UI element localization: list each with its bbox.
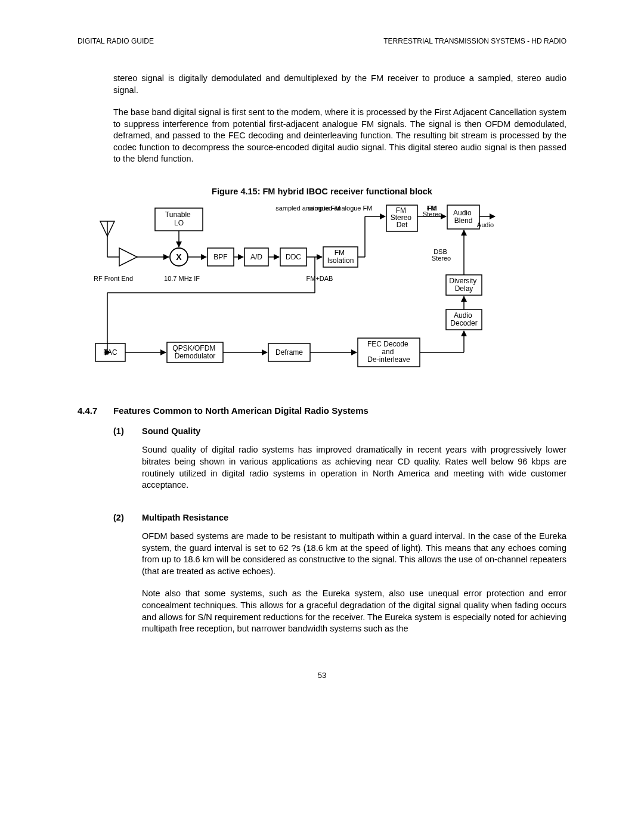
rf-front-end-label: RF Front End	[94, 275, 133, 282]
section-heading: 4.4.7 Features Common to North American …	[78, 405, 566, 416]
fm-isolation-label-2: Isolation	[327, 256, 354, 265]
subsection-2-number: (2)	[113, 513, 142, 522]
subsection-1-title: Sound Quality	[142, 426, 200, 436]
figure-caption: Figure 4.15: FM hybrid IBOC receiver fun…	[78, 187, 566, 196]
svg-text:Audio
        Blend: Audio Blend	[453, 209, 473, 225]
subsection-1-number: (1)	[113, 426, 142, 436]
svg-text:DSB
        Stereo: DSB Stereo	[432, 248, 451, 262]
svg-text:FEC Decode
        and
       : FEC Decode and De-interleave	[367, 340, 410, 364]
paragraph-1: stereo signal is digitally demodulated a…	[113, 73, 566, 96]
amplifier-icon	[119, 248, 137, 266]
audio-out-label: Audio	[477, 221, 494, 228]
svg-text:Tunable
        LO: Tunable LO	[165, 210, 193, 227]
tunable-lo-label-2: LO	[174, 219, 184, 227]
ddc-label: DDC	[286, 253, 301, 261]
fm-stereo-label: FM Stereo	[423, 205, 442, 218]
svg-text:Diversity
        Delay: Diversity Delay	[449, 277, 478, 293]
svg-text:Audio
        Decoder: Audio Decoder	[450, 311, 477, 327]
mixer-label: X	[176, 252, 182, 262]
page-header: DIGITAL RADIO GUIDE TERRESTRIAL TRANSMIS…	[78, 37, 566, 45]
subsection-2-heading: (2) Multipath Resistance	[113, 513, 566, 522]
bpf-label: BPF	[213, 253, 227, 261]
paragraph-2: The base band digital signal is first se…	[113, 107, 566, 165]
svg-text:FM
        Isolation: FM Isolation	[327, 249, 354, 265]
sampled-analogue-fm-label-real: sampled analogue FM	[308, 205, 373, 212]
svg-text:FM
        Stereo
        Det: FM Stereo Det	[391, 206, 414, 229]
figure-diagram: RF Front End Tunable LO X 10.7 MHz IF BP…	[78, 203, 566, 384]
fm-isolation-label-1: FM	[335, 249, 345, 257]
fac-label: FAC	[103, 348, 117, 357]
header-left: DIGITAL RADIO GUIDE	[78, 37, 154, 45]
subsection-2-title: Multipath Resistance	[142, 513, 228, 522]
subsection-2-body-1: OFDM based systems are made to be resist…	[142, 531, 566, 577]
section-number: 4.4.7	[78, 405, 113, 416]
if-freq-label: 10.7 MHz IF	[164, 275, 200, 282]
svg-text:QPSK/OFDM
        Demodulator: QPSK/OFDM Demodulator	[172, 344, 217, 360]
deframe-label: Deframe	[275, 348, 303, 357]
page: DIGITAL RADIO GUIDE TERRESTRIAL TRANSMIS…	[0, 0, 644, 704]
subsection-1-heading: (1) Sound Quality	[113, 426, 566, 436]
svg-marker-2	[119, 248, 137, 266]
subsection-2-body-2: Note also that some systems, such as the…	[142, 588, 566, 634]
page-number: 53	[78, 671, 566, 680]
antenna-icon	[100, 221, 114, 257]
subsection-1-body: Sound quality of digital radio systems h…	[142, 444, 566, 491]
fm-dab-label: FM+DAB	[306, 275, 333, 282]
header-right: TERRESTRIAL TRANSMISSION SYSTEMS - HD RA…	[383, 37, 566, 45]
ad-label: A/D	[250, 253, 262, 261]
section-title: Features Common to North American Digita…	[113, 405, 369, 416]
tunable-lo-label-1: Tunable	[165, 210, 191, 219]
